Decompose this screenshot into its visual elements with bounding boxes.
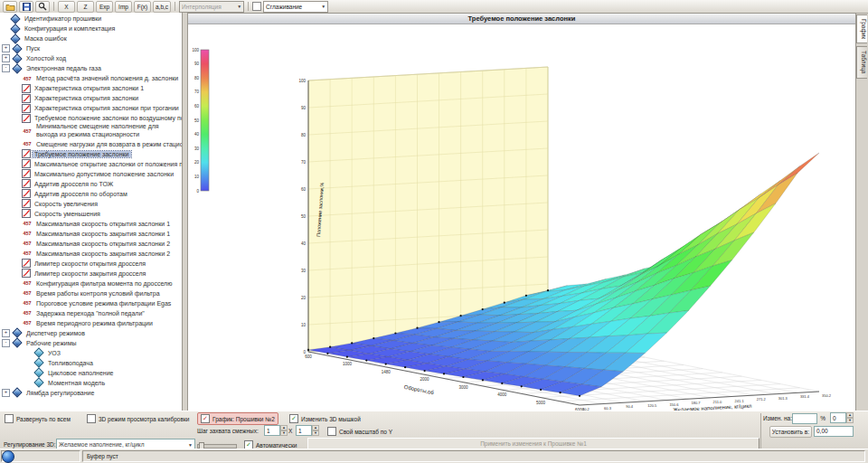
- mode3d-checkbox[interactable]: ✓ 3D режим просмотра калибровки: [87, 414, 189, 423]
- tree-item[interactable]: 457Смещение нагрузки для возврата в режи…: [0, 139, 182, 149]
- x-axis-button[interactable]: X: [58, 1, 75, 13]
- change-input[interactable]: [792, 413, 817, 424]
- tree-item[interactable]: Максимально допустимое положение заслонк…: [0, 169, 182, 179]
- expander-icon[interactable]: +: [2, 389, 10, 397]
- tree-item-label: Характеристика открытия заслонки при тро…: [33, 105, 181, 111]
- tree-item[interactable]: Максимальное открытие заслонки от положе…: [0, 159, 182, 169]
- expander-icon[interactable]: +: [2, 329, 10, 337]
- param-icon: 457: [22, 231, 33, 236]
- tree-item[interactable]: 457Максимальная скорость открытия заслон…: [0, 219, 182, 229]
- tree-item[interactable]: +Холостой ход: [0, 53, 182, 63]
- bottom-panel: ✓ Развернуть по всем ✓ 3D режим просмотр…: [0, 411, 868, 451]
- smoothing-combo[interactable]: Сглаживание ▼: [263, 1, 328, 13]
- expand-all-checkbox[interactable]: ✓ Развернуть по всем: [5, 414, 71, 423]
- param-icon: 457: [22, 241, 33, 246]
- expander-icon[interactable]: -: [2, 64, 10, 72]
- tab-table[interactable]: Таблица: [856, 46, 867, 79]
- svg-text:Обороты,об: Обороты,об: [403, 384, 435, 395]
- surface-plot-3d[interactable]: 600100014802000300040005000600040.260.39…: [188, 24, 855, 411]
- reg3d-label: Регулирование 3D:: [4, 441, 56, 448]
- set-to-input[interactable]: 0,00: [814, 426, 854, 437]
- spin-down-icon[interactable]: ▼: [280, 430, 288, 436]
- tree-item-label: Требуемое положение заслонки: [33, 151, 131, 157]
- tree-item[interactable]: 457Метод расчёта значений положения д. з…: [0, 73, 182, 83]
- category-icon: [12, 327, 22, 337]
- subcategory-icon: [33, 377, 43, 387]
- svg-text:40: 40: [301, 241, 307, 246]
- graph-firmware-checkbox[interactable]: ✓ График: Прошивки №2: [197, 412, 278, 425]
- tree-item[interactable]: Цикловое наполнение: [0, 368, 182, 378]
- category-icon: [12, 387, 22, 397]
- set-to-button[interactable]: Установить в:: [769, 426, 812, 438]
- spin-down-icon[interactable]: ▼: [312, 430, 319, 436]
- surface-plot-svg[interactable]: 600100014802000300040005000600040.260.39…: [188, 24, 855, 411]
- tree-item-label: Смещение нагрузки для возврата в режим с…: [34, 141, 183, 147]
- edit3d-checkbox[interactable]: ✓ Изменить 3D мышкой: [289, 414, 361, 423]
- checkbox-box: ✓: [5, 414, 14, 423]
- tree-item-label: Скорость увеличения: [33, 201, 99, 207]
- tree-item[interactable]: +Пуск: [0, 43, 182, 53]
- export-button[interactable]: Exp: [96, 1, 113, 13]
- formula-button[interactable]: F(x): [134, 1, 151, 13]
- tree-item[interactable]: Лимитер скорости открытия дросселя: [0, 259, 182, 269]
- subcategory-icon: [33, 357, 43, 367]
- tree-item[interactable]: 457Максимальная скорость закрытия заслон…: [0, 249, 182, 259]
- tree-item[interactable]: Скорость увеличения: [0, 199, 182, 209]
- tree-item[interactable]: Конфигурация и комплектация: [0, 24, 182, 33]
- tree-item[interactable]: Маска ошибок: [0, 33, 182, 43]
- tree-item[interactable]: -Рабочие режимы: [0, 338, 182, 348]
- tree-item[interactable]: +Лямбда регулирование: [0, 388, 182, 398]
- snap-x-stepper[interactable]: 1 ▲▼: [264, 425, 288, 436]
- tree-item[interactable]: -Электронная педаль газа: [0, 63, 182, 73]
- tree-item[interactable]: Идентификатор прошивки: [0, 14, 182, 24]
- search-button[interactable]: [35, 1, 50, 13]
- tree-item[interactable]: Требуемое положение заслонки: [0, 149, 182, 159]
- param-icon: 457: [22, 76, 33, 81]
- tree-item[interactable]: УОЗ: [0, 348, 182, 358]
- svg-text:5000: 5000: [536, 401, 546, 405]
- snap-separator-label: X: [288, 428, 292, 434]
- tree-item[interactable]: Характеристика открытия заслонки: [0, 93, 182, 103]
- tree-item[interactable]: Характеристика открытия заслонки 1: [0, 83, 182, 93]
- tree-item[interactable]: Моментная модель: [0, 378, 182, 388]
- edit3d-label: Изменить 3D мышкой: [301, 416, 361, 422]
- param-icon: 457: [22, 141, 33, 146]
- import-button[interactable]: Imp: [115, 1, 132, 13]
- tab-graph[interactable]: График: [856, 14, 867, 43]
- tree-item[interactable]: Лимитер скорости закрытия дросселя: [0, 269, 182, 279]
- change-stepper[interactable]: 0 ▲▼: [830, 412, 854, 423]
- tree-item-label: Характеристика открытия заслонки: [33, 95, 140, 101]
- expander-icon[interactable]: -: [2, 339, 10, 347]
- tree-item-label: Характеристика открытия заслонки 1: [33, 85, 146, 91]
- snap-y-stepper[interactable]: 1 ▲▼: [296, 425, 319, 436]
- tree-item[interactable]: 457Максимальная скорость закрытия заслон…: [0, 229, 182, 239]
- category-icon: [10, 24, 20, 33]
- z-axis-button[interactable]: Z: [77, 1, 94, 13]
- tree-item[interactable]: 457Время работы контроля условий фильтра: [0, 288, 182, 298]
- tree-item[interactable]: +Диспетчер режимов: [0, 328, 182, 338]
- tree-item[interactable]: Аддитив дросселя по ТОЖ: [0, 179, 182, 189]
- tree-item[interactable]: Скорость уменьшения: [0, 209, 182, 219]
- tree-item[interactable]: Требуемое положение заслонки по воздушно…: [0, 113, 182, 123]
- smoothing-checkbox[interactable]: [252, 2, 261, 11]
- svg-text:90: 90: [301, 106, 307, 110]
- expander-icon[interactable]: +: [2, 44, 10, 52]
- interpolation-combo[interactable]: Интерполяция ▼: [179, 1, 244, 13]
- save-button[interactable]: [19, 1, 33, 13]
- expander-icon[interactable]: +: [2, 54, 10, 62]
- tree-item[interactable]: 457Минимальное смещение наполнение для в…: [0, 123, 182, 139]
- tree-item[interactable]: 457Максимальная скорость открытия заслон…: [0, 239, 182, 249]
- tree-item[interactable]: 457Время периодного режима фильтрации: [0, 318, 182, 328]
- tree-item[interactable]: 457Пороговое условие режима фильтрации E…: [0, 298, 182, 308]
- svg-text:4000: 4000: [497, 392, 507, 397]
- own-scale-checkbox[interactable]: ✓ Свой масштаб по Y: [327, 427, 392, 436]
- abc-button[interactable]: a,b,c: [153, 1, 171, 13]
- tree-item[interactable]: Топливоподача: [0, 358, 182, 368]
- tree-item[interactable]: 457Конфигурация фильтра момента по дросс…: [0, 279, 182, 288]
- tree-item[interactable]: 457Задержка перехода "полной педали": [0, 308, 182, 318]
- open-button[interactable]: [3, 1, 17, 13]
- calibration-tree: Идентификатор прошивкиКонфигурация и ком…: [0, 13, 183, 411]
- tree-item[interactable]: Аддитив дросселя по оборотам: [0, 189, 182, 199]
- tree-item[interactable]: Характеристика открытия заслонки при тро…: [0, 103, 182, 113]
- spin-down-icon[interactable]: ▼: [846, 418, 854, 423]
